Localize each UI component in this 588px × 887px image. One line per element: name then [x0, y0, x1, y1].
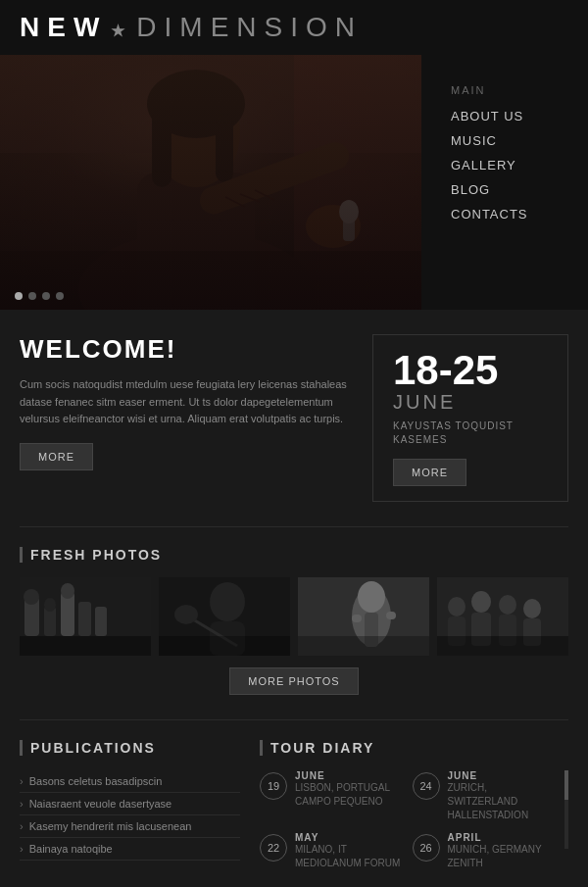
svg-rect-48 [523, 618, 541, 646]
tour-month-0: JUNE [295, 770, 390, 781]
svg-point-3 [78, 231, 314, 310]
svg-rect-44 [471, 613, 491, 646]
photo-thumb-2[interactable] [159, 577, 290, 656]
nav-about-us[interactable]: ABOUT US [451, 104, 559, 128]
svg-rect-40 [437, 577, 568, 656]
svg-rect-42 [448, 616, 466, 646]
tour-month-2: MAY [295, 832, 400, 843]
event-box: 18-25 JUNE KAYUSTAS TOQUDIST KASEMES MOR… [372, 334, 568, 502]
svg-rect-2 [294, 55, 421, 310]
welcome-more-button[interactable]: MORE [20, 443, 93, 470]
publications-box: PUBLICATIONS Basons celetus basadipscin … [20, 740, 240, 870]
pub-item-1[interactable]: Basons celetus basadipscin [20, 770, 240, 793]
tour-grid: 19 JUNE LISBON, PORTUGAL CAMPO PEQUENO 2… [260, 770, 555, 870]
photos-section-title: FRESH PHOTOS [20, 547, 568, 563]
svg-line-30 [188, 616, 237, 646]
svg-point-41 [448, 597, 466, 616]
svg-rect-36 [365, 613, 378, 647]
svg-line-11 [225, 197, 245, 207]
svg-point-34 [352, 587, 391, 646]
svg-point-43 [471, 591, 491, 613]
svg-point-45 [499, 595, 516, 615]
svg-rect-49 [437, 636, 568, 656]
site-logo: NEW★DIMENSION [20, 12, 363, 43]
svg-point-35 [358, 581, 385, 613]
svg-line-13 [255, 190, 274, 200]
welcome-body: Cum socis natoqudist mtedulm uese feugia… [20, 376, 353, 428]
svg-rect-18 [24, 597, 39, 636]
hero-image [0, 55, 421, 310]
bottom-section: PUBLICATIONS Basons celetus basadipscin … [0, 720, 588, 887]
event-date: 18-25 [393, 350, 548, 391]
welcome-title: WELCOME! [20, 334, 353, 365]
tour-diary-box: TOUR DIARY 19 JUNE LISBON, PORTUGAL CAMP… [260, 740, 568, 870]
svg-rect-39 [298, 636, 429, 656]
nav-contacts[interactable]: CONTACTS [451, 202, 559, 226]
photos-more-btn-container: MORE PHOTOS [20, 667, 568, 695]
main-nav: MAIN ABOUT US MUSIC GALLERY BLOG CONTACT… [421, 55, 588, 310]
svg-rect-46 [499, 615, 516, 646]
tour-info-2: MAY MILANO, IT MEDIOLANUM FORUM [295, 832, 400, 870]
svg-rect-4 [137, 172, 255, 310]
nav-main-label: MAIN [451, 84, 559, 96]
svg-rect-20 [61, 592, 74, 636]
svg-rect-21 [78, 602, 91, 636]
nav-blog[interactable]: BLOG [451, 177, 559, 202]
welcome-box: WELCOME! Cum socis natoqudist mtedulm ue… [20, 334, 372, 502]
svg-point-23 [24, 589, 39, 605]
slide-dot-1[interactable] [15, 292, 23, 300]
svg-point-31 [174, 605, 198, 624]
pub-item-3[interactable]: Kasemy hendrerit mis lacusenean [20, 815, 240, 838]
slide-dot-2[interactable] [28, 292, 36, 300]
svg-rect-29 [210, 621, 245, 656]
photo-thumb-3[interactable] [298, 577, 429, 656]
svg-rect-32 [159, 636, 290, 656]
slide-dot-3[interactable] [42, 292, 50, 300]
svg-point-10 [306, 205, 361, 248]
nav-music[interactable]: MUSIC [451, 128, 559, 153]
photo-thumb-4[interactable] [437, 577, 568, 656]
photo-thumb-1[interactable] [20, 577, 151, 656]
pub-item-4[interactable]: Bainaya natoqibe [20, 838, 240, 861]
svg-point-24 [44, 598, 56, 612]
svg-rect-26 [20, 636, 151, 656]
event-more-button[interactable]: MORE [393, 459, 466, 486]
svg-rect-8 [216, 114, 233, 182]
pub-item-2[interactable]: Naiasraent veuole dasertyase [20, 793, 240, 815]
slide-dot-4[interactable] [56, 292, 64, 300]
tour-item-0: 19 JUNE LISBON, PORTUGAL CAMPO PEQUENO [260, 770, 403, 822]
tour-location-2: MILANO, IT MEDIOLANUM FORUM [295, 843, 400, 870]
tour-location-0: LISBON, PORTUGAL CAMPO PEQUENO [295, 781, 390, 809]
svg-line-12 [240, 194, 260, 202]
tour-day-0: 19 [260, 772, 287, 800]
photos-more-button[interactable]: MORE PHOTOS [229, 667, 358, 695]
tour-day-3: 26 [413, 834, 440, 862]
hero-section: MAIN ABOUT US MUSIC GALLERY BLOG CONTACT… [0, 55, 588, 310]
nav-gallery[interactable]: GALLERY [451, 153, 559, 177]
svg-point-15 [339, 200, 359, 223]
svg-point-5 [152, 79, 240, 187]
tour-item-1: 24 JUNE ZURICH, SWITZERLAND HALLENSTADIO… [413, 770, 556, 822]
svg-point-25 [61, 583, 74, 599]
svg-rect-16 [0, 251, 421, 310]
svg-rect-17 [20, 577, 151, 656]
svg-rect-33 [298, 577, 429, 656]
svg-rect-9 [196, 138, 353, 218]
logo-star: ★ [111, 23, 132, 39]
photos-grid [20, 577, 568, 656]
site-header: NEW★DIMENSION [0, 0, 588, 55]
welcome-section: WELCOME! Cum socis natoqudist mtedulm ue… [0, 310, 588, 526]
svg-rect-14 [343, 212, 355, 241]
svg-rect-7 [152, 109, 172, 187]
svg-rect-27 [159, 577, 290, 656]
logo-new: NEW [20, 12, 107, 42]
tour-info-3: APRIL MUNICH, GERMANY ZENITH [448, 832, 542, 870]
event-month: JUNE [393, 391, 548, 414]
logo-dimension: DIMENSION [136, 12, 363, 42]
tour-scrollbar[interactable] [564, 770, 568, 849]
svg-rect-0 [0, 55, 421, 310]
tour-diary-title: TOUR DIARY [260, 740, 568, 756]
hero-image-inner [0, 55, 421, 310]
svg-rect-37 [352, 615, 362, 622]
tour-day-1: 24 [413, 772, 440, 800]
